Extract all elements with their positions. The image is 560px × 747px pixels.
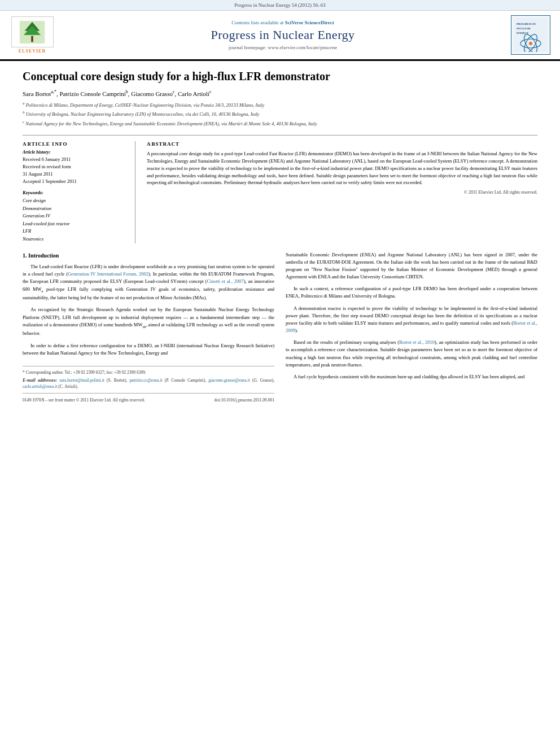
body-col-right: Sustainable Economic Development (ENEA) … — [286, 251, 537, 404]
footnote-emails: E-mail addresses: sara.bortot@mail.polim… — [23, 377, 274, 390]
svg-text:PROGRESS IN: PROGRESS IN — [517, 23, 536, 25]
keyword-5: LFR — [23, 228, 127, 235]
email-carlo[interactable]: carlo.artioli@enea.it — [23, 384, 57, 389]
article-title: Conceptual core design study for a high-… — [23, 69, 537, 84]
body-para-1: The Lead-cooled Fast Reactor (LFR) is un… — [23, 263, 274, 302]
footer-bottom: 0149-1970/$ – see front matter © 2011 El… — [23, 397, 274, 404]
email-giacomo[interactable]: giacomo.grasso@enea.it — [208, 378, 250, 383]
elsevier-logo-area: ELSEVIER — [7, 16, 58, 54]
ref-bortot2009[interactable]: Bortot et al., 2009 — [286, 320, 537, 333]
keyword-2: Demonstration — [23, 205, 127, 213]
received-revised-label: Received in revised form — [23, 163, 127, 171]
journal-main-title: Progress in Nuclear Energy — [63, 28, 502, 42]
authors-line: Sara Bortota,*, Patrizio Console Camprin… — [23, 89, 537, 97]
body-right-para-3: A demonstration reactor is expected to p… — [286, 305, 537, 335]
keyword-1: Core design — [23, 197, 127, 205]
body-para-3: In order to define a first reference con… — [23, 342, 274, 357]
ref-bortot2010[interactable]: Bortot et al., 2010 — [399, 339, 435, 345]
footer-area: * Corresponding author. Tel.: +39 02 239… — [23, 366, 274, 404]
article-info-title: ARTICLE INFO — [23, 141, 127, 147]
body-right-para-1: Sustainable Economic Development (ENEA) … — [286, 251, 537, 281]
elsevier-logo-box — [11, 16, 54, 47]
email-sara[interactable]: sara.bortot@mail.polimi.it — [59, 378, 104, 383]
body-para-2: As recognized by the Strategic Research … — [23, 306, 274, 337]
svg-rect-1 — [31, 36, 33, 42]
issn-line: 0149-1970/$ – see front matter © 2011 El… — [23, 397, 145, 404]
affiliations: a Politecnico di Milano, Department of E… — [23, 101, 537, 128]
body-col-left: 1. Introduction The Lead-cooled Fast Rea… — [23, 251, 274, 404]
body-right-para-4: Based on the results of preliminary scop… — [286, 339, 537, 369]
doi-line: doi:10.1016/j.pnucene.2011.09.001 — [215, 397, 274, 404]
journal-citation-banner: Progress in Nuclear Energy 54 (2012) 56–… — [0, 0, 560, 11]
nuclear-atom-icon: PROGRESS IN NUCLEAR ENERGY — [514, 18, 548, 52]
nuclear-logo-area: PROGRESS IN NUCLEAR ENERGY — [508, 15, 553, 55]
footer-divider — [23, 393, 274, 394]
keyword-4: Lead-cooled fast reactor — [23, 220, 127, 228]
journal-homepage: journal homepage: www.elsevier.com/locat… — [63, 45, 502, 50]
affiliation-b: b University of Bologna, Nuclear Enginee… — [23, 110, 537, 118]
journal-header: ELSEVIER Contents lists available at Sci… — [0, 11, 560, 61]
body-right-para-5: A fuel cycle hypothesis consistent with … — [286, 373, 537, 381]
abstract-panel: ABSTRACT A preconceptual core design stu… — [147, 141, 537, 243]
ref-cinotti[interactable]: Cinotti et al., 2007 — [207, 278, 243, 284]
keywords-section: Keywords: Core design Demonstration Gene… — [23, 189, 127, 243]
main-content: Conceptual core design study for a high-… — [0, 61, 560, 412]
journal-title-area: Contents lists available at SciVerse Sci… — [63, 20, 502, 50]
journal-citation-text: Progress in Nuclear Energy 54 (2012) 56–… — [234, 2, 325, 8]
copyright-line: © 2011 Elsevier Ltd. All rights reserved… — [147, 190, 537, 195]
body-right-para-2: In such a context, a reference configura… — [286, 285, 537, 300]
section1-heading: 1. Introduction — [23, 251, 274, 260]
received-revised-date: 31 August 2011 — [23, 171, 127, 178]
body-section: 1. Introduction The Lead-cooled Fast Rea… — [23, 251, 537, 404]
affiliation-a: a Politecnico di Milano, Department of E… — [23, 101, 537, 109]
elsevier-tree-icon — [18, 21, 46, 43]
email-patrizio[interactable]: patrizio.cc@enea.it — [129, 378, 162, 383]
author-name: Sara Bortota,*, Patrizio Console Camprin… — [23, 90, 211, 97]
keyword-3: Generation IV — [23, 212, 127, 220]
ref-gen4[interactable]: Generation IV International Forum, 2002 — [68, 271, 148, 277]
received-date: Received 6 January 2011 — [23, 156, 127, 163]
nuclear-logo-box: PROGRESS IN NUCLEAR ENERGY — [511, 15, 550, 55]
email-label: E-mail addresses: — [23, 378, 57, 383]
sciverse-link[interactable]: SciVerse ScienceDirect — [285, 20, 334, 25]
keywords-label: Keywords: — [23, 189, 127, 197]
footnote-corresponding: * Corresponding author. Tel.: +39 02 239… — [23, 370, 274, 376]
svg-text:ENERGY: ENERGY — [517, 32, 529, 34]
sciverse-prefix: Contents lists available at — [231, 20, 285, 25]
accepted-date: Accepted 1 September 2011 — [23, 178, 127, 185]
sciverse-line: Contents lists available at SciVerse Sci… — [63, 20, 502, 25]
article-history: Article history: Received 6 January 2011… — [23, 149, 127, 185]
keyword-6: Neutronics — [23, 235, 127, 243]
abstract-title: ABSTRACT — [147, 141, 537, 147]
affiliation-c: c National Agency for the New Technologi… — [23, 119, 537, 128]
elsevier-label: ELSEVIER — [19, 49, 46, 54]
article-info-panel: ARTICLE INFO Article history: Received 6… — [23, 141, 135, 243]
svg-text:NUCLEAR: NUCLEAR — [517, 27, 531, 30]
abstract-text: A preconceptual core design study for a … — [147, 150, 537, 186]
info-abstract-area: ARTICLE INFO Article history: Received 6… — [23, 135, 537, 243]
history-label: Article history: — [23, 149, 127, 156]
svg-point-13 — [529, 42, 532, 45]
